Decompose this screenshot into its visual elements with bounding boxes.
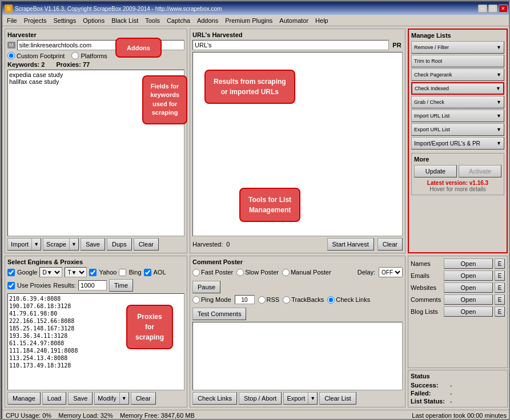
- import-button[interactable]: Import: [8, 239, 31, 250]
- manual-poster-radio[interactable]: Manual Poster: [282, 269, 331, 276]
- emails-e-button[interactable]: E: [495, 270, 505, 281]
- menu-file[interactable]: File: [3, 16, 21, 25]
- websites-e-button[interactable]: E: [495, 282, 505, 293]
- load-button[interactable]: Load: [42, 392, 66, 405]
- custom-footprint-radio[interactable]: Custom Footprint: [7, 52, 65, 59]
- clear-button[interactable]: Clear: [134, 238, 159, 251]
- test-comments-button[interactable]: Test Comments: [192, 308, 246, 320]
- keywords-textarea[interactable]: expedia case study halifax case study: [7, 70, 184, 236]
- bing-checkbox[interactable]: [119, 269, 126, 276]
- modify-button[interactable]: Modify: [95, 393, 119, 404]
- urls-title: URL's Harvested: [192, 31, 403, 38]
- list-status-value: -: [450, 398, 452, 405]
- check-indexed-button[interactable]: Check Indexed▼: [411, 82, 504, 95]
- ping-value-input[interactable]: [235, 295, 255, 304]
- maximize-button[interactable]: □: [488, 5, 497, 13]
- menu-automator[interactable]: Automator: [276, 16, 312, 25]
- engines-panel: Select Engines & Proxies Google D▼ T▼ Ya…: [5, 256, 187, 407]
- remove-filter-button[interactable]: Remove / Filter▼: [411, 41, 504, 54]
- proxies-clear-button[interactable]: Clear: [131, 392, 156, 405]
- hover-text: Hover for more details: [414, 186, 501, 192]
- fast-poster-radio[interactable]: Fast Poster: [192, 269, 233, 276]
- menu-premium[interactable]: Premium Plugins: [222, 16, 276, 25]
- urls-clear-button[interactable]: Clear: [378, 238, 403, 251]
- comment-poster-panel: Comment Poster Fast Poster Slow Poster M…: [190, 256, 405, 407]
- cpu-label: CPU Usage:: [6, 412, 41, 419]
- platforms-radio[interactable]: Platforms: [71, 52, 107, 59]
- proxies-bubble: Proxiesforscraping: [126, 305, 173, 349]
- close-button[interactable]: ✕: [499, 5, 508, 13]
- use-proxies-checkbox[interactable]: [7, 282, 15, 289]
- scrape-dropdown[interactable]: ▼: [69, 239, 78, 250]
- menu-projects[interactable]: Projects: [21, 16, 50, 25]
- update-button[interactable]: Update: [414, 165, 457, 177]
- yahoo-checkbox[interactable]: [89, 269, 97, 276]
- minimize-button[interactable]: ─: [478, 5, 487, 13]
- modify-dropdown[interactable]: ▼: [119, 393, 128, 404]
- manage-lists-panel: Manage Lists Remove / Filter▼ Trim to Ro…: [408, 29, 508, 253]
- bloglists-row: Blog Lists Open E: [411, 306, 505, 317]
- google-t-select[interactable]: T▼: [65, 267, 87, 277]
- dups-button[interactable]: Dups: [107, 238, 132, 251]
- comments-e-button[interactable]: E: [495, 294, 505, 305]
- stop-abort-button[interactable]: Stop / Abort: [239, 392, 282, 405]
- delay-select[interactable]: OFF: [379, 267, 403, 277]
- proxies-save-button[interactable]: Save: [68, 392, 93, 405]
- emails-open-button[interactable]: Open: [444, 270, 493, 281]
- menu-help[interactable]: Help: [312, 16, 332, 25]
- manage-button[interactable]: Manage: [7, 392, 41, 405]
- aol-checkbox[interactable]: [144, 269, 151, 276]
- import-export-pr-button[interactable]: Import/Export URL's & PR▼: [411, 137, 504, 150]
- menu-blacklist[interactable]: Black List: [108, 16, 142, 25]
- emails-label: Emails: [411, 272, 442, 279]
- pr-label: PR: [391, 42, 403, 49]
- check-pagerank-button[interactable]: Check Pagerank▼: [411, 68, 504, 81]
- google-checkbox[interactable]: [7, 269, 15, 276]
- memory-free-value: 3847,60 MB: [161, 412, 195, 419]
- trim-root-button[interactable]: Trim to Root: [411, 55, 504, 67]
- google-d-select[interactable]: D▼: [39, 267, 62, 277]
- grab-check-button[interactable]: Grab / Check▼: [411, 96, 504, 108]
- menu-bar: File Projects Settings Options Black Lis…: [2, 15, 510, 26]
- check-links-radio[interactable]: Check Links: [327, 296, 370, 304]
- trackbacks-radio[interactable]: TrackBacks: [283, 296, 324, 304]
- urls-filter-input[interactable]: [192, 40, 389, 50]
- last-operation: Last operation took 00:00 minutes: [412, 412, 507, 419]
- import-dropdown[interactable]: ▼: [31, 239, 41, 250]
- comments-label: Comments: [411, 296, 442, 303]
- menu-settings[interactable]: Settings: [50, 16, 79, 25]
- activate-button[interactable]: Activate: [459, 165, 501, 177]
- bloglists-open-button[interactable]: Open: [444, 306, 493, 317]
- export-url-list-button[interactable]: Export URL List▼: [411, 123, 504, 136]
- menu-addons[interactable]: Addons: [194, 16, 222, 25]
- export-dropdown[interactable]: ▼: [308, 393, 317, 404]
- results-bubble: Results from scrapingor imported URLs: [204, 70, 295, 104]
- menu-options[interactable]: Options: [79, 16, 108, 25]
- names-open-button[interactable]: Open: [444, 259, 493, 269]
- save-button[interactable]: Save: [81, 238, 105, 251]
- ping-mode-radio[interactable]: Ping Mode: [192, 296, 231, 304]
- results-input[interactable]: [78, 280, 107, 290]
- emails-row: Emails Open E: [411, 270, 505, 281]
- time-button[interactable]: Time: [109, 279, 133, 292]
- menu-tools[interactable]: Tools: [142, 16, 163, 25]
- scrape-button[interactable]: Scrape: [43, 239, 69, 250]
- more-section: More Update Activate Latest version: v1.…: [411, 153, 504, 195]
- export-button[interactable]: Export: [284, 393, 308, 404]
- comments-open-button[interactable]: Open: [444, 294, 493, 305]
- pause-button[interactable]: Pause: [192, 281, 220, 293]
- rss-radio[interactable]: RSS: [258, 296, 280, 304]
- import-url-list-button[interactable]: Import URL List▼: [411, 110, 504, 122]
- harvested-label: Harvested:: [192, 241, 223, 248]
- slow-poster-radio[interactable]: Slow Poster: [236, 269, 279, 276]
- clear-list-button[interactable]: Clear List: [319, 392, 356, 405]
- websites-open-button[interactable]: Open: [444, 282, 493, 293]
- success-value: -: [450, 382, 452, 389]
- version-text: Latest version: v1.16.3: [414, 180, 501, 186]
- bloglists-e-button[interactable]: E: [495, 306, 505, 317]
- check-links-button[interactable]: Check Links: [192, 392, 237, 405]
- app-icon: S: [5, 5, 13, 13]
- menu-captcha[interactable]: Captcha: [163, 16, 194, 25]
- names-e-button[interactable]: E: [495, 259, 505, 269]
- start-harvest-button[interactable]: Start Harvest: [327, 238, 374, 251]
